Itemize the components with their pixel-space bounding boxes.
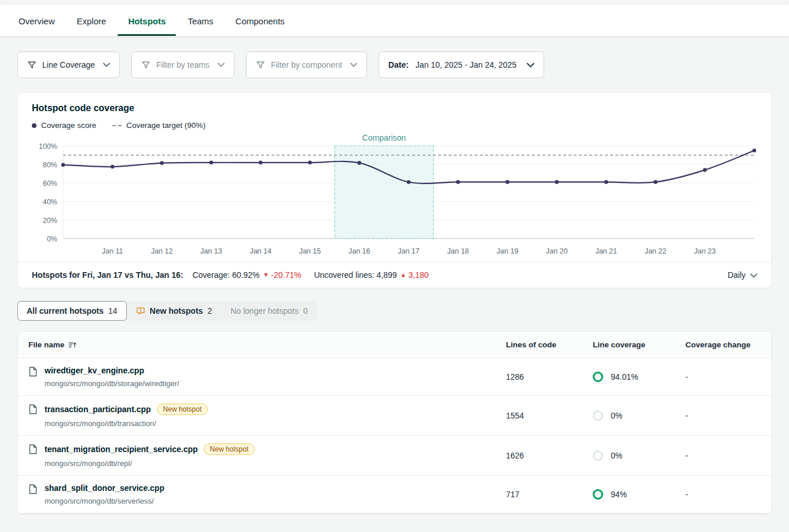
coverage-ring-icon xyxy=(593,372,603,382)
funnel-icon xyxy=(141,60,151,69)
teams-filter[interactable]: Filter by teams xyxy=(131,52,234,78)
data-point[interactable] xyxy=(555,180,559,184)
table-row[interactable]: transaction_participant.cppNew hotspotmo… xyxy=(18,396,771,436)
x-tick-label: Jan 19 xyxy=(497,247,519,255)
funnel-icon xyxy=(256,60,265,69)
line-coverage-cell: 94.01% xyxy=(593,372,685,382)
component-filter[interactable]: Filter by component xyxy=(246,52,367,78)
file-name[interactable]: shard_split_donor_service.cpp xyxy=(45,483,164,493)
segment-all-current-hotspots[interactable]: All current hotspots14 xyxy=(17,301,127,321)
coverage-type-filter[interactable]: Line Coverage xyxy=(17,52,120,78)
date-range-filter[interactable]: Date: Jan 10, 2025 - Jan 24, 2025 xyxy=(379,52,544,78)
segment-label: All current hotspots xyxy=(27,306,104,315)
data-point[interactable] xyxy=(604,180,608,184)
tab-overview[interactable]: Overview xyxy=(17,5,56,36)
uncovered-delta: ▲ 3,180 xyxy=(401,270,429,280)
date-label: Date: xyxy=(388,60,409,69)
file-path: mongo/src/mongo/db/repl/ xyxy=(45,459,255,468)
data-point[interactable] xyxy=(160,161,164,165)
x-tick-label: Jan 20 xyxy=(546,247,568,255)
data-point[interactable] xyxy=(357,161,361,165)
file-path: mongo/src/mongo/db/storage/wiredtiger/ xyxy=(45,379,179,388)
chevron-down-icon xyxy=(103,63,110,67)
chevron-down-icon xyxy=(350,63,357,67)
table-body: wiredtiger_kv_engine.cppmongo/src/mongo/… xyxy=(18,358,771,513)
coverage-value: Coverage: 60.92% xyxy=(192,270,259,280)
coverage-ring-icon xyxy=(593,489,603,500)
comparison-region[interactable] xyxy=(335,146,434,239)
data-point[interactable] xyxy=(456,180,460,184)
coverage-delta: ▼ -20.71% xyxy=(263,270,301,280)
tab-explore[interactable]: Explore xyxy=(76,5,108,36)
granularity-dropdown[interactable]: Daily xyxy=(728,270,757,280)
chart-legend: Coverage score Coverage target (90%) xyxy=(18,113,771,131)
y-tick-label: 0% xyxy=(47,235,57,243)
chevron-down-icon xyxy=(527,63,534,68)
file-cell: shard_split_donor_service.cppmongo/src/m… xyxy=(18,483,506,505)
table-row[interactable]: shard_split_donor_service.cppmongo/src/m… xyxy=(18,476,771,513)
top-nav: OverviewExploreHotspotsTeamsComponents xyxy=(0,5,789,36)
funnel-icon xyxy=(27,60,36,69)
file-name-header-label: File name xyxy=(28,340,64,349)
hotspot-filter-tabs: All current hotspots14New hotspots2No lo… xyxy=(17,301,317,321)
table-row[interactable]: wiredtiger_kv_engine.cppmongo/src/mongo/… xyxy=(18,358,771,396)
y-tick-label: 60% xyxy=(43,179,57,188)
chevron-down-icon xyxy=(218,63,225,67)
uncovered-lines-value: Uncovered lines: 4,899 xyxy=(314,270,397,280)
chart-area: 0%20%40%60%80%100%ComparisonJan 11Jan 12… xyxy=(18,131,771,261)
y-tick-label: 80% xyxy=(43,161,57,169)
target-dash-icon xyxy=(112,125,122,126)
data-point[interactable] xyxy=(407,180,411,184)
data-point[interactable] xyxy=(753,149,757,153)
x-tick-label: Jan 13 xyxy=(200,247,222,255)
column-file-name[interactable]: File name xyxy=(18,340,506,349)
granularity-value: Daily xyxy=(728,270,746,280)
series-dot-icon xyxy=(32,123,36,128)
data-point[interactable] xyxy=(259,161,263,165)
x-tick-label: Jan 23 xyxy=(694,247,716,255)
legend-target-label: Coverage target (90%) xyxy=(126,121,205,130)
line-coverage-cell: 0% xyxy=(593,410,685,421)
coverage-change-value: - xyxy=(685,372,771,381)
triangle-down-icon: ▼ xyxy=(263,272,269,278)
segment-no-longer-hotspots[interactable]: No longer hotspots0 xyxy=(221,301,317,321)
component-filter-placeholder: Filter by component xyxy=(271,60,342,69)
tab-components[interactable]: Components xyxy=(234,5,286,36)
line-coverage-cell: 94% xyxy=(593,489,685,500)
data-point[interactable] xyxy=(111,165,115,169)
segment-label: New hotspots xyxy=(150,306,203,315)
coverage-ring-icon xyxy=(593,450,603,461)
data-point[interactable] xyxy=(61,163,65,167)
data-point[interactable] xyxy=(654,180,658,184)
segment-count: 0 xyxy=(303,306,308,315)
table-header: File name Lines of code Line coverage Co… xyxy=(18,332,771,358)
file-cell: wiredtiger_kv_engine.cppmongo/src/mongo/… xyxy=(18,366,506,388)
comparison-summary-label: Hotspots for Fri, Jan 17 vs Thu, Jan 16: xyxy=(32,270,183,280)
coverage-percent: 94.01% xyxy=(611,372,638,381)
y-tick-label: 40% xyxy=(43,198,57,206)
hotspots-table: File name Lines of code Line coverage Co… xyxy=(17,331,772,514)
new-hotspot-badge: New hotspot xyxy=(157,403,208,415)
y-tick-label: 20% xyxy=(43,217,57,225)
segment-count: 14 xyxy=(108,306,118,315)
x-tick-label: Jan 12 xyxy=(151,247,173,255)
data-point[interactable] xyxy=(505,180,509,184)
alert-bubble-icon xyxy=(136,306,145,315)
data-point[interactable] xyxy=(210,161,214,165)
file-path: mongo/src/mongo/db/serverless/ xyxy=(45,497,164,505)
file-icon xyxy=(28,484,38,494)
data-point[interactable] xyxy=(703,168,707,172)
tab-hotspots[interactable]: Hotspots xyxy=(127,5,167,36)
segment-new-hotspots[interactable]: New hotspots2 xyxy=(127,301,222,321)
comparison-label: Comparison xyxy=(362,133,406,142)
file-icon xyxy=(28,366,38,377)
file-name[interactable]: tenant_migration_recipient_service.cpp xyxy=(45,445,198,454)
tab-teams[interactable]: Teams xyxy=(186,5,214,36)
file-name[interactable]: wiredtiger_kv_engine.cpp xyxy=(45,366,144,375)
file-cell: transaction_participant.cppNew hotspotmo… xyxy=(18,403,506,428)
file-name[interactable]: transaction_participant.cpp xyxy=(45,405,151,414)
table-row[interactable]: tenant_migration_recipient_service.cppNe… xyxy=(18,436,771,476)
coverage-line-chart: 0%20%40%60%80%100%ComparisonJan 11Jan 12… xyxy=(31,132,759,258)
data-point[interactable] xyxy=(308,161,312,165)
y-tick-label: 100% xyxy=(39,142,57,151)
